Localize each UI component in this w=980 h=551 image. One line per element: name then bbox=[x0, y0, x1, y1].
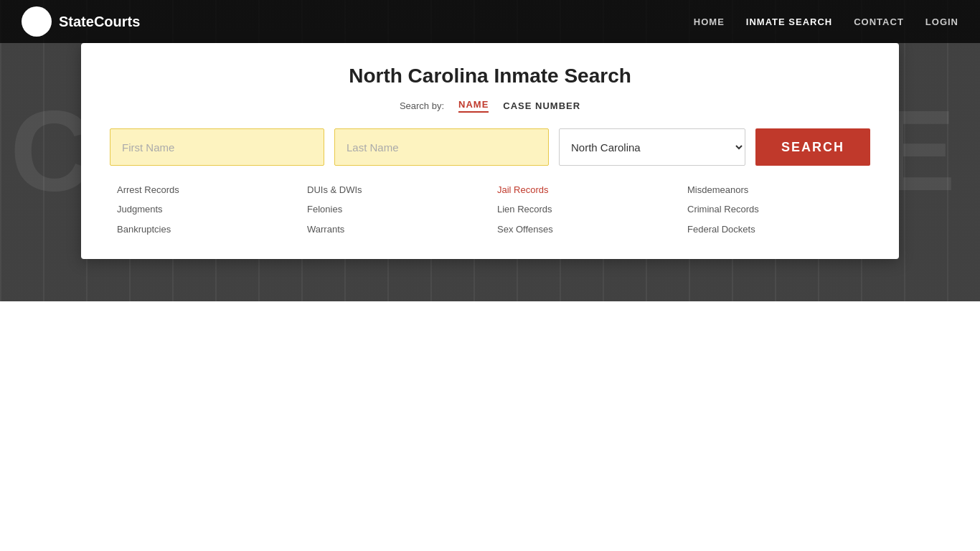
nav-inmate-search[interactable]: INMATE SEARCH bbox=[746, 17, 832, 27]
logo-icon: 🏛 bbox=[22, 6, 52, 37]
state-select[interactable]: AlabamaAlaskaArizonaArkansasCaliforniaCo… bbox=[559, 128, 745, 166]
first-name-input[interactable] bbox=[110, 128, 324, 166]
nav-login[interactable]: LOGIN bbox=[925, 17, 958, 27]
search-row: AlabamaAlaskaArizonaArkansasCaliforniaCo… bbox=[110, 128, 870, 166]
search-by-label: Search by: bbox=[400, 100, 444, 111]
link-criminal-records[interactable]: Criminal Records bbox=[687, 201, 863, 217]
link-warrants[interactable]: Warrants bbox=[307, 221, 483, 237]
search-modal: North Carolina Inmate Search Search by: … bbox=[81, 43, 899, 259]
link-bankruptcies[interactable]: Bankruptcies bbox=[117, 221, 293, 237]
last-name-input[interactable] bbox=[334, 128, 549, 166]
nav-home[interactable]: HOME bbox=[694, 17, 725, 27]
link-jail-records[interactable]: Jail Records bbox=[497, 182, 673, 198]
links-col-2: DUIs & DWIs Felonies Warrants bbox=[300, 182, 490, 237]
links-col-1: Arrest Records Judgments Bankruptcies bbox=[110, 182, 300, 237]
link-judgments[interactable]: Judgments bbox=[117, 201, 293, 217]
link-felonies[interactable]: Felonies bbox=[307, 201, 483, 217]
navbar: 🏛 StateCourts HOME INMATE SEARCH CONTACT… bbox=[0, 0, 980, 43]
nav-links: HOME INMATE SEARCH CONTACT LOGIN bbox=[694, 16, 958, 27]
link-arrest-records[interactable]: Arrest Records bbox=[117, 182, 293, 198]
site-name: StateCourts bbox=[59, 14, 140, 30]
link-duis-dwis[interactable]: DUIs & DWIs bbox=[307, 182, 483, 198]
link-federal-dockets[interactable]: Federal Dockets bbox=[687, 221, 863, 237]
links-col-3: Jail Records Lien Records Sex Offenses bbox=[490, 182, 680, 237]
modal-title: North Carolina Inmate Search bbox=[110, 65, 870, 88]
links-grid: Arrest Records Judgments Bankruptcies DU… bbox=[110, 182, 870, 237]
search-button[interactable]: SEARCH bbox=[755, 128, 870, 166]
logo-area[interactable]: 🏛 StateCourts bbox=[22, 6, 140, 37]
links-col-4: Misdemeanors Criminal Records Federal Do… bbox=[680, 182, 870, 237]
tab-name[interactable]: NAME bbox=[458, 99, 489, 113]
search-tabs: Search by: NAME CASE NUMBER bbox=[110, 99, 870, 113]
link-sex-offenses[interactable]: Sex Offenses bbox=[497, 221, 673, 237]
nav-contact[interactable]: CONTACT bbox=[854, 17, 904, 27]
link-lien-records[interactable]: Lien Records bbox=[497, 201, 673, 217]
hero-section: COURTHOUSE 🏛 StateCourts HOME INMATE SEA… bbox=[0, 0, 980, 301]
link-misdemeanors[interactable]: Misdemeanors bbox=[687, 182, 863, 198]
tab-case-number[interactable]: CASE NUMBER bbox=[503, 100, 580, 111]
